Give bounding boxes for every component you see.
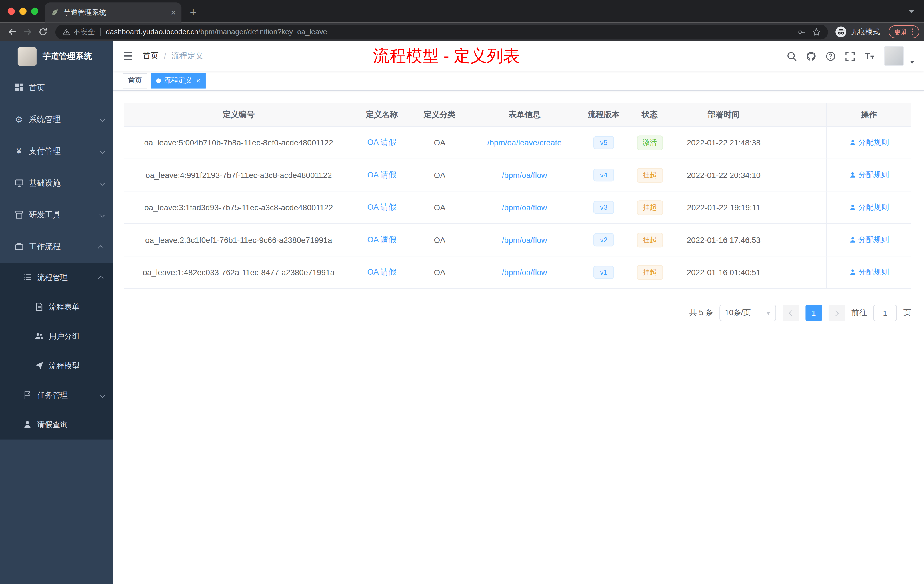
close-window-button[interactable] xyxy=(8,8,15,15)
zoom-window-button[interactable] xyxy=(31,8,38,15)
url-host: dashboard.yudao.iocoder.cn xyxy=(106,28,198,36)
chevron-down-icon[interactable] xyxy=(910,61,915,63)
page-size-value: 10条/页 xyxy=(725,308,751,318)
definition-name-link[interactable]: OA 请假 xyxy=(354,224,410,256)
tag-home[interactable]: 首页 xyxy=(122,73,147,88)
form-info-link[interactable]: /bpm/oa/flow xyxy=(469,256,580,288)
sidebar-item-workflow[interactable]: 工作流程 xyxy=(0,231,113,263)
form-info-link[interactable]: /bpm/oa/flow xyxy=(469,191,580,223)
header-actions xyxy=(787,46,914,66)
form-info-link[interactable]: /bpm/oa/leave/create xyxy=(469,127,580,158)
next-page-button[interactable] xyxy=(828,305,845,321)
goto-label: 前往 xyxy=(851,308,867,318)
help-icon[interactable] xyxy=(826,51,836,61)
sidebar-item-system-management[interactable]: ⚙ 系统管理 xyxy=(0,104,113,135)
assign-rule-link[interactable]: 分配规则 xyxy=(849,202,889,213)
column-header: 流程版本 xyxy=(580,103,628,126)
incognito-icon xyxy=(835,26,846,38)
sidebar-item-process-form[interactable]: 流程表单 xyxy=(0,292,113,322)
deploy-time: 2022-01-16 17:46:53 xyxy=(672,224,776,256)
breadcrumb-current: 流程定义 xyxy=(172,51,203,61)
address-bar[interactable]: 不安全 dashboard.yudao.iocoder.cn/bpm/manag… xyxy=(55,25,828,40)
fullscreen-icon[interactable] xyxy=(845,51,855,61)
status-badge: 激活 xyxy=(637,135,663,150)
assign-rule-link[interactable]: 分配规则 xyxy=(849,267,889,277)
browser-toolbar: 不安全 dashboard.yudao.iocoder.cn/bpm/manag… xyxy=(0,22,924,41)
goto-page-input[interactable] xyxy=(873,305,897,321)
column-header: 状态 xyxy=(628,103,672,126)
version-cell: v3 xyxy=(580,191,628,223)
page-size-select[interactable]: 10条/页 xyxy=(719,305,776,321)
sidebar-item-label: 支付管理 xyxy=(29,146,61,157)
definition-id: oa_leave:4:991f2193-7b7f-11ec-a3c8-acde4… xyxy=(124,159,353,191)
status-cell: 挂起 xyxy=(628,159,672,191)
sidebar-item-process-model[interactable]: 流程模型 xyxy=(0,351,113,381)
breadcrumb-home[interactable]: 首页 xyxy=(143,51,158,61)
sidebar-item-label: 研发工具 xyxy=(29,210,61,220)
column-spacer xyxy=(776,103,826,126)
table-row: oa_leave:1:482ec033-762a-11ec-8477-a2380… xyxy=(124,256,911,289)
deploy-time: 2022-01-22 20:34:10 xyxy=(672,159,776,191)
collapse-sidebar-icon[interactable] xyxy=(122,51,133,61)
tab-close-icon[interactable]: × xyxy=(171,8,176,16)
deploy-time: 2022-01-22 19:19:11 xyxy=(672,191,776,223)
menu-dots-icon[interactable] xyxy=(912,28,913,35)
version-tag: v3 xyxy=(594,201,614,214)
tag-process-definition[interactable]: 流程定义 × xyxy=(151,73,206,88)
screen: 芋道管理系统 × + 不安全 dashboard.yudao.iocoder.c… xyxy=(0,0,924,584)
form-info-link[interactable]: /bpm/oa/flow xyxy=(469,159,580,191)
status-badge: 挂起 xyxy=(637,233,663,247)
assign-rule-link[interactable]: 分配规则 xyxy=(849,170,889,180)
definition-name-link[interactable]: OA 请假 xyxy=(354,256,410,288)
sidebar-item-leave-query[interactable]: 请假查询 xyxy=(0,410,113,440)
tag-close-icon[interactable]: × xyxy=(196,76,200,84)
assign-rule-link[interactable]: 分配规则 xyxy=(849,234,889,245)
browser-tab-strip: 芋道管理系统 × + xyxy=(0,0,924,22)
active-dot xyxy=(156,78,161,83)
update-button[interactable]: 更新 xyxy=(888,25,919,38)
reload-button[interactable] xyxy=(35,24,51,40)
column-header: 操作 xyxy=(826,103,911,126)
bookmark-star-icon[interactable] xyxy=(812,27,820,36)
briefcase-icon xyxy=(14,242,24,252)
sidebar-item-dev-tools[interactable]: 研发工具 xyxy=(0,199,113,231)
status-badge: 挂起 xyxy=(637,200,663,215)
page-number-button[interactable]: 1 xyxy=(805,305,822,321)
version-tag: v5 xyxy=(594,136,614,149)
version-cell: v4 xyxy=(580,159,628,191)
tags-view: 首页 流程定义 × xyxy=(113,71,924,91)
chevron-down-icon xyxy=(99,148,105,153)
minimize-window-button[interactable] xyxy=(20,8,26,15)
definition-name-link[interactable]: OA 请假 xyxy=(354,127,410,158)
definition-name-link[interactable]: OA 请假 xyxy=(354,191,410,223)
sidebar-item-payment-management[interactable]: ¥ 支付管理 xyxy=(0,135,113,167)
definition-name-link[interactable]: OA 请假 xyxy=(354,159,410,191)
back-button[interactable] xyxy=(5,24,20,40)
sidebar-item-user-group[interactable]: 用户分组 xyxy=(0,322,113,351)
password-key-icon[interactable] xyxy=(797,27,806,36)
forward-button[interactable] xyxy=(20,24,35,40)
person-icon xyxy=(849,139,856,146)
definition-id: oa_leave:5:004b710b-7b8a-11ec-8ef0-acde4… xyxy=(124,127,353,158)
avatar[interactable] xyxy=(884,46,904,66)
browser-tab[interactable]: 芋道管理系统 × xyxy=(45,2,182,22)
deploy-time: 2022-01-22 21:48:38 xyxy=(672,127,776,158)
form-info-link[interactable]: /bpm/oa/flow xyxy=(469,224,580,256)
search-icon[interactable] xyxy=(787,51,797,61)
new-tab-button[interactable]: + xyxy=(190,6,196,18)
sidebar-item-process-management[interactable]: 流程管理 xyxy=(0,263,113,292)
sidebar-item-home[interactable]: 首页 xyxy=(0,72,113,104)
page-content: 定义编号 定义名称 定义分类 表单信息 流程版本 状态 部署时间 操作 oa_l… xyxy=(113,91,924,584)
github-icon[interactable] xyxy=(806,51,816,61)
tag-label: 首页 xyxy=(128,76,142,86)
definition-id: oa_leave:3:1fad3d93-7b75-11ec-a3c8-acde4… xyxy=(124,191,353,223)
person-icon xyxy=(849,236,856,243)
sidebar-item-task-management[interactable]: 任务管理 xyxy=(0,381,113,410)
sidebar-item-infrastructure[interactable]: 基础设施 xyxy=(0,167,113,199)
actions-cell: 分配规则 xyxy=(826,256,911,288)
assign-rule-link[interactable]: 分配规则 xyxy=(849,137,889,148)
prev-page-button[interactable] xyxy=(782,305,799,321)
tab-search-chevron-icon[interactable] xyxy=(909,10,914,13)
font-size-icon[interactable] xyxy=(865,51,874,61)
security-label[interactable]: 不安全 xyxy=(73,27,95,37)
